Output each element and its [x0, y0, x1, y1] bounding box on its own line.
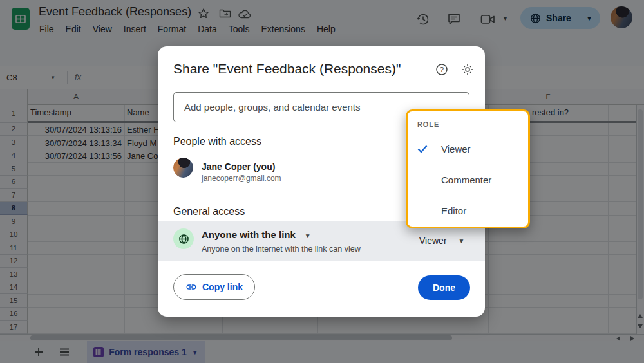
role-option-label: Viewer [441, 144, 471, 154]
copy-link-label: Copy link [202, 282, 243, 292]
role-menu: ROLE Viewer Commenter Editor [406, 109, 530, 228]
check-icon [417, 143, 430, 154]
gear-icon[interactable] [461, 63, 474, 76]
role-option[interactable]: Commenter [408, 164, 528, 195]
svg-text:?: ? [440, 66, 444, 73]
link-role-dropdown[interactable]: Viewer ▼ [414, 230, 469, 252]
share-dialog-title: Share "Event Feedback (Responses)" [173, 61, 401, 77]
copy-link-button[interactable]: Copy link [173, 274, 255, 300]
owner-email: janecoperr@gmail.com [202, 174, 281, 183]
public-globe-icon [173, 228, 194, 249]
done-label: Done [433, 283, 455, 293]
people-with-access-heading: People with access [173, 136, 261, 147]
google-sheets-app: Event Feedback (Responses) FileEditViewI… [0, 0, 644, 363]
role-option-label: Commenter [441, 174, 491, 185]
link-role-value: Viewer [419, 236, 447, 246]
owner-name: Jane Coper (you) [202, 162, 275, 172]
done-button[interactable]: Done [418, 275, 470, 300]
link-role-caret: ▼ [459, 237, 465, 245]
role-option[interactable]: Viewer [408, 133, 528, 164]
link-access-dropdown[interactable]: Anyone with the link▼ [202, 229, 311, 240]
link-access-description: Anyone on the internet with the link can… [202, 245, 361, 254]
role-menu-heading: ROLE [417, 120, 439, 128]
link-icon [185, 281, 197, 293]
role-options: Viewer Commenter Editor [408, 133, 528, 226]
help-icon[interactable]: ? [435, 63, 448, 76]
owner-avatar [173, 158, 193, 178]
role-option[interactable]: Editor [408, 195, 528, 226]
role-option-label: Editor [441, 205, 466, 216]
general-access-heading: General access [173, 206, 245, 218]
link-access-caret: ▼ [305, 232, 311, 239]
